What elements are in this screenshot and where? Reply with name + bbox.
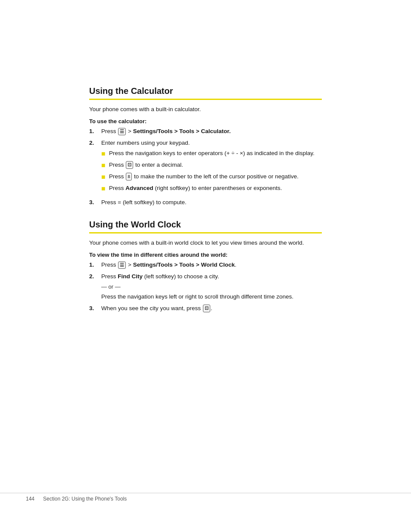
- calculator-section: Using the Calculator Your phone comes wi…: [89, 86, 322, 207]
- worldclock-title: Using the World Clock: [89, 220, 322, 233]
- nav-keys-text: Press the navigation keys left or right …: [101, 293, 293, 300]
- bullet-1: ■ Press the navigation keys to enter ope…: [101, 149, 322, 159]
- step-content-2: Enter numbers using your keypad. ■ Press…: [101, 139, 322, 196]
- bullet-2-content: Press ⊡ to enter a decimal.: [109, 161, 322, 169]
- ok-icon: ⊡: [203, 305, 210, 312]
- step-content-3: Press = (left softkey) to compute.: [101, 198, 322, 207]
- calculator-title: Using the Calculator: [89, 86, 322, 100]
- worldclock-section: Using the World Clock Your phone comes w…: [89, 220, 322, 313]
- menu-icon-1: ☰: [118, 128, 126, 135]
- wc-step-2: 2. Press Find City (left softkey) to cho…: [89, 272, 322, 302]
- step-num-1: 1.: [89, 127, 101, 136]
- step-num-2: 2.: [89, 139, 101, 147]
- advanced-label: Advanced: [125, 185, 153, 191]
- decimal-icon: ⊡: [126, 161, 133, 168]
- section-text: Section 2G: Using the Phone's Tools: [43, 496, 127, 502]
- content-area: Using the Calculator Your phone comes wi…: [81, 86, 330, 313]
- worldclock-label: To view the time in different cities aro…: [89, 252, 322, 258]
- page: Using the Calculator Your phone comes wi…: [0, 0, 411, 532]
- wc-step-3: 3. When you see the city you want, press…: [89, 304, 322, 313]
- bullet-3: ■ Press ± to make the number to the left…: [101, 172, 322, 182]
- wc-step-content-1: Press ☰ > Settings/Tools > Tools > World…: [101, 261, 322, 269]
- calculator-bullets: ■ Press the navigation keys to enter ope…: [101, 149, 322, 194]
- step-content-1: Press ☰ > Settings/Tools > Tools > Calcu…: [101, 127, 322, 136]
- calculator-step-2: 2. Enter numbers using your keypad. ■ Pr…: [89, 139, 322, 196]
- wc-step-num-1: 1.: [89, 261, 101, 269]
- bullet-icon-2: ■: [101, 160, 109, 171]
- step-2-text: Enter numbers using your keypad.: [101, 140, 190, 146]
- wc-step-content-2: Press Find City (left softkey) to choose…: [101, 272, 322, 302]
- bullet-1-content: Press the navigation keys to enter opera…: [109, 149, 322, 158]
- wc-step-num-2: 2.: [89, 272, 101, 281]
- page-number: 144: [26, 496, 34, 502]
- bullet-4: ■ Press Advanced (right softkey) to ente…: [101, 184, 322, 194]
- step-1-bold: Settings/Tools > Tools > Calculator.: [133, 128, 231, 134]
- bullet-2: ■ Press ⊡ to enter a decimal.: [101, 161, 322, 171]
- wc-step-1: 1. Press ☰ > Settings/Tools > Tools > Wo…: [89, 261, 322, 269]
- plusminus-icon: ±: [126, 173, 132, 180]
- menu-icon-wc: ☰: [118, 261, 126, 269]
- worldclock-steps: 1. Press ☰ > Settings/Tools > Tools > Wo…: [89, 261, 322, 313]
- calculator-step-3: 3. Press = (left softkey) to compute.: [89, 198, 322, 207]
- wc-step-num-3: 3.: [89, 304, 101, 313]
- wc-step-1-bold: Settings/Tools > Tools > World Clock: [133, 261, 235, 268]
- bullet-icon-3: ■: [101, 172, 109, 182]
- worldclock-intro: Your phone comes with a built-in world c…: [89, 239, 322, 247]
- or-line: — or —: [101, 283, 322, 291]
- bullet-4-content: Press Advanced (right softkey) to enter …: [109, 184, 322, 193]
- calculator-step-1: 1. Press ☰ > Settings/Tools > Tools > Ca…: [89, 127, 322, 136]
- bullet-3-content: Press ± to make the number to the left o…: [109, 172, 322, 181]
- find-city-label: Find City: [118, 273, 143, 280]
- bullet-icon-4: ■: [101, 184, 109, 194]
- calculator-intro: Your phone comes with a built-in calcula…: [89, 105, 322, 114]
- calculator-label: To use the calculator:: [89, 118, 322, 124]
- bullet-icon-1: ■: [101, 149, 109, 159]
- step-num-3: 3.: [89, 198, 101, 207]
- calculator-steps: 1. Press ☰ > Settings/Tools > Tools > Ca…: [89, 127, 322, 207]
- wc-step-content-3: When you see the city you want, press ⊡.: [101, 304, 322, 313]
- footer: 144 Section 2G: Using the Phone's Tools: [0, 493, 411, 506]
